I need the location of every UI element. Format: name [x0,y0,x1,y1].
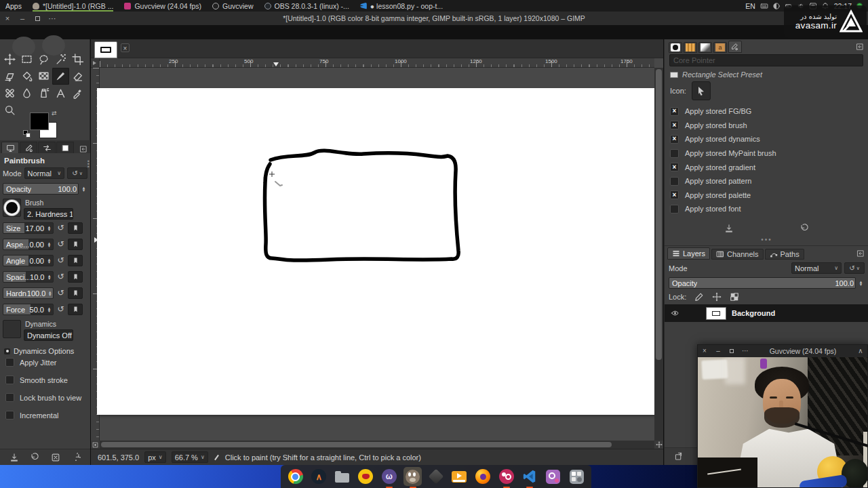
tab-menu-icon[interactable] [856,249,865,258]
revert-preset-icon[interactable] [800,224,809,233]
shade-window-icon[interactable]: ∧ [854,345,867,357]
reset-tool-options-icon[interactable] [71,453,81,462]
layer-opacity-slider[interactable]: Opacity 100.0 [669,277,856,289]
brush-preview[interactable] [3,199,21,217]
preset-option-apply-stored-font[interactable]: Apply stored font [670,202,863,216]
slider-spinner[interactable]: ▲▼ [45,223,53,233]
preset-icon-button[interactable] [692,81,711,100]
tool-airbrush[interactable] [35,85,52,102]
layer-visibility-eye-icon[interactable] [670,309,680,317]
quick-mask-toggle[interactable] [91,441,100,449]
lock-position-icon[interactable] [712,292,722,302]
preset-option-apply-stored-fg-bg[interactable]: ×Apply stored FG/BG [670,104,863,119]
preset-option-apply-stored-brush[interactable]: ×Apply stored brush [670,119,863,133]
link-to-brush-icon[interactable] [68,255,83,266]
reset-icon[interactable]: ↺ [56,256,66,266]
taskbar-files[interactable] [333,467,352,486]
dock-tab-images[interactable] [56,142,74,153]
link-to-brush-icon[interactable] [68,271,83,283]
panel-grip[interactable]: ••• [87,160,90,168]
restore-tool-preset-icon[interactable] [30,453,39,462]
angle-slider[interactable]: Angle0.00▲▼ [3,255,54,266]
layer-opacity-spinner[interactable]: ▲▼ [857,278,865,288]
canvas-area[interactable]: × 2505007501000125015001750 601.5, 375.0… [91,39,663,465]
language-indicator[interactable]: EN [745,2,755,10]
brush-name-field[interactable]: 2. Hardness 100 [24,208,73,220]
delete-tool-preset-icon[interactable] [51,453,60,462]
night-light-icon[interactable] [772,2,781,10]
lock-pixels-icon[interactable] [694,292,704,302]
topbar-window-obs[interactable]: OBS 28.0.3-1 (linux) -... [264,0,349,12]
maximize-window-icon[interactable] [725,345,738,357]
slider-spinner[interactable]: ▲▼ [45,239,53,249]
taskbar-vscode[interactable] [520,467,539,486]
preset-option-apply-stored-pattern[interactable]: Apply stored pattern [670,174,863,188]
tool-zoom[interactable] [1,102,18,119]
reset-icon[interactable]: ↺ [56,223,66,233]
topbar-window-guvcview[interactable]: Guvcview (24.04 fps) [124,0,201,12]
tool-paintbrush[interactable] [52,68,69,85]
horizontal-scrollbar[interactable] [100,441,654,449]
dialog-tab-patterns[interactable] [684,42,697,53]
preset-option-apply-stored-gradient[interactable]: ×Apply stored gradient [670,160,863,174]
dynamics-edit-icon[interactable] [75,329,87,341]
tool-free-select[interactable] [35,51,52,68]
tool-rectangle-select[interactable] [18,51,35,68]
lock-alpha-icon[interactable] [730,292,739,302]
dock-tab-tool-options[interactable] [1,142,19,153]
taskbar-guvcview[interactable]: ω [380,467,399,486]
layer-row-background[interactable]: Background [665,304,868,322]
keyboard-icon[interactable] [760,2,768,10]
link-to-brush-icon[interactable] [68,287,83,299]
tab-paths[interactable]: Paths [765,249,804,260]
swap-colors-icon[interactable]: ⇄ [52,110,61,118]
mode-reset-button[interactable]: ↺∨ [67,167,87,179]
taskbar-obs-studio[interactable] [497,467,516,486]
opacity-slider[interactable]: Opacity 100.0 [3,183,79,195]
topbar-window-vscode[interactable]: ● lesson08.py - oop-t... [360,0,443,12]
checkbox-apply-jitter[interactable]: Apply Jitter [5,358,87,367]
tool-eraser[interactable] [69,68,86,85]
taskbar-media-recorder[interactable] [450,467,469,486]
dynamics-field[interactable]: Dynamics Off [24,329,73,341]
window-more-icon[interactable]: ⋯ [45,12,60,25]
taskbar-dark-a-app[interactable]: ∧ [310,467,329,486]
checkbox-incremental[interactable]: Incremental [5,411,87,420]
window-more-icon[interactable]: ⋯ [738,345,752,357]
hardn-slider[interactable]: Hardn...100.0▲▼ [3,287,54,299]
dialog-tab-tool-preset-editor[interactable] [728,41,742,53]
zoom-select[interactable]: 66.7 %∨ [172,451,208,463]
paint-mode-select[interactable]: Normal∨ [24,167,64,179]
canvas-navigation-button[interactable] [654,441,663,449]
tab-menu-icon[interactable] [856,43,864,51]
reset-icon[interactable]: ↺ [56,239,66,249]
tool-bucket-fill[interactable] [18,68,35,85]
tab-channels[interactable]: Channels [711,249,763,260]
minimize-window-icon[interactable]: – [15,12,30,25]
apps-menu[interactable]: Apps [5,2,22,10]
spaci-slider[interactable]: Spaci...10.0▲▼ [3,271,54,283]
taskbar-firefox[interactable] [473,467,492,486]
size-slider[interactable]: Size17.00▲▼ [3,222,54,234]
layer-mode-reset-button[interactable]: ↺∨ [844,262,865,274]
reset-icon[interactable]: ↺ [56,304,66,314]
slider-spinner[interactable]: ▲▼ [47,288,53,298]
taskbar-inkscape[interactable] [427,467,446,486]
tool-heal[interactable] [1,85,18,102]
opacity-spinner[interactable]: ▲▼ [80,184,87,194]
preset-option-apply-stored-palette[interactable]: ×Apply stored palette [670,188,863,203]
unit-select[interactable]: px∨ [144,451,165,463]
topbar-window-bulb[interactable]: Guvcview [212,0,254,12]
tab-menu-icon[interactable] [79,145,87,153]
topbar-window-gimp[interactable]: *[Untitled]-1.0 (RGB ... [33,0,113,12]
foreground-color-swatch[interactable] [30,113,49,130]
dialog-tab-gradients[interactable] [698,42,712,53]
link-to-brush-icon[interactable] [68,222,83,234]
tool-crop[interactable] [69,51,86,68]
tool-gradient[interactable] [35,68,52,85]
dock-tab-undo-history[interactable] [38,142,56,153]
force-slider[interactable]: Force50.0▲▼ [3,304,54,315]
tool-blur[interactable] [18,85,35,102]
vertical-scrollbar[interactable] [654,68,663,441]
close-window-icon[interactable]: × [698,345,711,357]
